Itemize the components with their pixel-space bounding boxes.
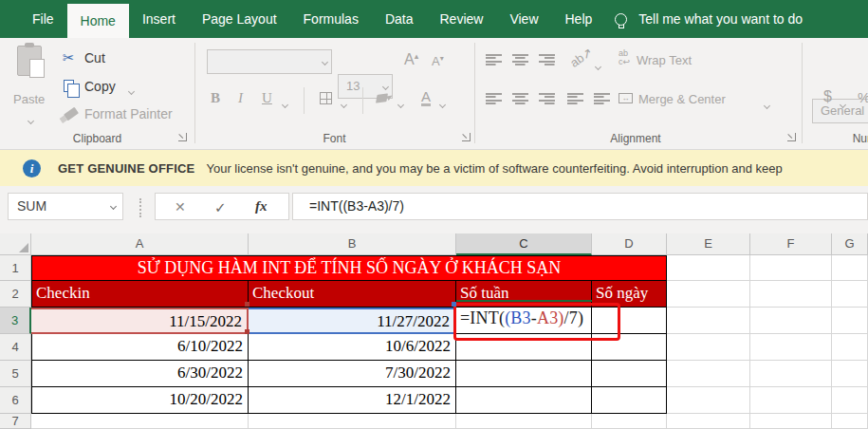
currency-chevron-icon[interactable]	[840, 96, 845, 113]
cell-c7[interactable]	[456, 414, 592, 429]
orientation-icon[interactable]: ab↗	[567, 45, 595, 70]
row-header-2[interactable]: 2	[0, 281, 31, 308]
cell-f2[interactable]	[750, 281, 832, 308]
range-handle-red-bottom[interactable]	[245, 329, 249, 334]
header-cell-checkin[interactable]: Checkin	[31, 281, 249, 308]
row-header-3[interactable]: 3	[0, 308, 31, 334]
cell-a3[interactable]: 11/15/2022	[31, 308, 249, 334]
bottom-align-icon[interactable]	[539, 54, 555, 65]
tab-page-layout[interactable]: Page Layout	[189, 0, 290, 38]
cut-label[interactable]: Cut	[84, 50, 105, 65]
cell-c6[interactable]	[456, 387, 592, 414]
currency-button[interactable]: $	[823, 88, 832, 105]
cell-e3[interactable]	[667, 308, 750, 334]
merge-center-chevron-icon[interactable]	[765, 97, 769, 114]
format-painter-icon[interactable]	[65, 110, 78, 118]
format-painter-label[interactable]: Format Painter	[84, 106, 173, 121]
cell-a7[interactable]	[31, 414, 249, 429]
cut-icon[interactable]: ✂	[63, 49, 75, 66]
cell-g3[interactable]	[832, 308, 868, 334]
cell-b6[interactable]: 12/1/2022	[249, 387, 456, 414]
cell-e6[interactable]	[667, 387, 750, 414]
row-header-7[interactable]: 7	[0, 414, 31, 429]
cell-g5[interactable]	[832, 361, 868, 387]
column-header-c[interactable]: C	[456, 233, 592, 255]
font-color-chevron-icon[interactable]	[440, 96, 445, 113]
cell-f4[interactable]	[750, 334, 832, 361]
cell-f6[interactable]	[750, 387, 832, 414]
row-header-1[interactable]: 1	[0, 255, 31, 281]
column-header-b[interactable]: B	[249, 233, 456, 255]
cell-f5[interactable]	[750, 361, 832, 387]
range-handle-red-top[interactable]	[245, 302, 249, 307]
row-header-5[interactable]: 5	[0, 361, 31, 387]
cell-g4[interactable]	[832, 334, 868, 361]
cell-a5[interactable]: 6/30/2022	[31, 361, 249, 387]
paste-label[interactable]: Paste	[13, 92, 45, 106]
cell-g1[interactable]	[832, 255, 868, 281]
row-header-6[interactable]: 6	[0, 387, 31, 414]
cell-d6[interactable]	[592, 387, 667, 414]
header-cell-checkout[interactable]: Checkout	[249, 281, 456, 308]
tab-home[interactable]: Home	[67, 4, 129, 38]
merge-center-icon[interactable]: ↔	[619, 93, 633, 103]
column-header-d[interactable]: D	[592, 233, 667, 255]
paste-button[interactable]	[17, 46, 42, 76]
align-center-icon[interactable]	[512, 93, 528, 104]
clipboard-dialog-launcher-icon[interactable]	[178, 133, 187, 141]
font-name-combo[interactable]	[207, 49, 332, 74]
cell-e2[interactable]	[667, 281, 750, 308]
cell-f7[interactable]	[750, 414, 832, 429]
borders-chevron-icon[interactable]	[342, 96, 346, 113]
name-box-chevron-icon[interactable]	[110, 203, 117, 210]
cell-b5[interactable]: 7/30/2022	[249, 361, 456, 387]
merge-center-button[interactable]: Merge & Center	[638, 92, 726, 106]
cell-g7[interactable]	[832, 414, 868, 429]
bold-button[interactable]: B	[211, 90, 220, 106]
column-header-g[interactable]: G	[832, 233, 868, 255]
tell-me-box[interactable]: Tell me what you want to do	[615, 0, 803, 38]
cell-g6[interactable]	[832, 387, 868, 414]
fill-color-chevron-icon[interactable]	[398, 96, 403, 113]
increase-indent-icon[interactable]	[594, 93, 610, 104]
tab-view[interactable]: View	[496, 0, 551, 38]
tab-help[interactable]: Help	[552, 0, 606, 38]
cell-c5[interactable]	[456, 361, 592, 387]
font-dialog-launcher-icon[interactable]	[462, 133, 471, 141]
cell-f3[interactable]	[750, 308, 832, 334]
cell-d7[interactable]	[592, 414, 667, 429]
tab-review[interactable]: Review	[427, 0, 497, 38]
underline-button[interactable]: U	[262, 90, 272, 106]
title-cell[interactable]: SỬ DỤNG HÀM INT ĐỂ TÍNH SỐ NGÀY Ở KHÁCH …	[31, 255, 667, 281]
font-color-button[interactable]: A	[421, 89, 431, 106]
cell-e5[interactable]	[667, 361, 750, 387]
wrap-text-button[interactable]: Wrap Text	[637, 53, 692, 67]
cell-d5[interactable]	[592, 361, 667, 387]
top-align-icon[interactable]	[486, 54, 502, 65]
range-handle-blue-top[interactable]	[452, 302, 456, 307]
orientation-chevron-icon[interactable]	[596, 58, 600, 75]
row-header-4[interactable]: 4	[0, 334, 31, 361]
paste-dropdown-chevron-icon[interactable]	[28, 112, 33, 129]
copy-icon[interactable]	[64, 80, 74, 92]
align-left-icon[interactable]	[486, 93, 502, 104]
borders-icon[interactable]	[320, 92, 332, 104]
column-header-a[interactable]: A	[31, 233, 249, 255]
alignment-dialog-launcher-icon[interactable]	[787, 133, 796, 141]
cell-e1[interactable]	[667, 255, 750, 281]
enter-button[interactable]: ✓	[214, 199, 227, 216]
formula-input[interactable]: =INT((B3-A3)/7)	[292, 193, 868, 220]
cell-b3[interactable]: 11/27/2022	[249, 308, 456, 334]
cell-a6[interactable]: 10/20/2022	[31, 387, 249, 414]
column-header-f[interactable]: F	[750, 233, 832, 255]
cell-b7[interactable]	[249, 414, 456, 429]
tab-formulas[interactable]: Formulas	[290, 0, 372, 38]
align-right-icon[interactable]	[539, 93, 555, 104]
name-box[interactable]: SUM	[8, 193, 123, 220]
shrink-font-button[interactable]: A▾	[432, 54, 444, 68]
cell-e4[interactable]	[667, 334, 750, 361]
select-all-button[interactable]	[0, 233, 31, 255]
tab-file[interactable]: File	[19, 0, 67, 38]
copy-label[interactable]: Copy	[84, 79, 116, 94]
italic-button[interactable]: I	[238, 90, 243, 106]
